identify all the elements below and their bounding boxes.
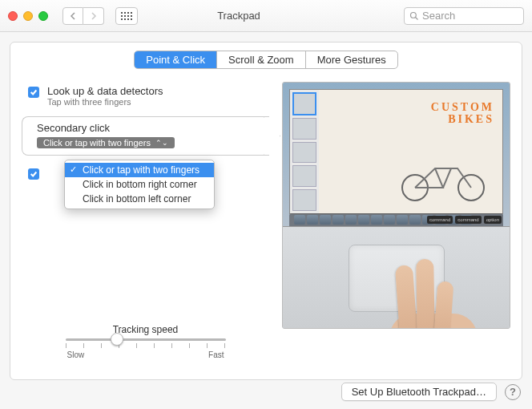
- options-column: Look up & data detectors Tap with three …: [22, 82, 269, 366]
- zoom-button[interactable]: [38, 11, 48, 21]
- option-lookup[interactable]: Look up & data detectors Tap with three …: [22, 82, 269, 110]
- slider-fast: Fast: [208, 350, 224, 359]
- window-title: Trackpad: [80, 10, 397, 22]
- search-icon: [409, 11, 419, 21]
- help-button[interactable]: ?: [505, 384, 521, 400]
- search-placeholder: Search: [422, 10, 455, 22]
- bike-icon: [395, 154, 491, 202]
- tracking-label: Tracking speed: [22, 324, 269, 335]
- dropdown-item-0[interactable]: ✓Click or tap with two fingers: [65, 163, 214, 177]
- prefs-panel: Point & Click Scroll & Zoom More Gesture…: [10, 42, 522, 380]
- option-secondary[interactable]: Secondary click Click or tap with two fi…: [22, 116, 269, 156]
- tracking-speed: Tracking speed Slow Fast: [22, 324, 269, 359]
- window-controls: [8, 11, 48, 21]
- tracking-slider[interactable]: Slow Fast: [66, 338, 226, 359]
- minimize-button[interactable]: [23, 11, 33, 21]
- hand-illustration: [365, 249, 486, 329]
- option-lookup-sub: Tap with three fingers: [47, 97, 163, 107]
- svg-point-0: [411, 12, 417, 18]
- setup-bluetooth-button[interactable]: Set Up Bluetooth Trackpad…: [341, 383, 497, 401]
- search-input[interactable]: Search: [404, 7, 524, 25]
- svg-line-1: [416, 17, 418, 19]
- slider-knob[interactable]: [111, 333, 123, 346]
- check-icon: ✓: [70, 164, 77, 175]
- secondary-dropdown-button[interactable]: Click or tap with two fingers ⌃⌄: [37, 137, 175, 148]
- chevron-down-icon: ⌃⌄: [155, 139, 168, 147]
- secondary-selected: Click or tap with two fingers: [43, 138, 151, 148]
- option-secondary-label: Secondary click: [37, 122, 175, 134]
- tabs: Point & Click Scroll & Zoom More Gesture…: [10, 51, 522, 69]
- checkbox-lookup[interactable]: [28, 87, 39, 98]
- dropdown-item-2[interactable]: Click in bottom left corner: [65, 192, 214, 206]
- dropdown-item-1[interactable]: Click in bottom right corner: [65, 177, 214, 192]
- tab-scroll-zoom[interactable]: Scroll & Zoom: [217, 51, 306, 68]
- tab-more-gestures[interactable]: More Gestures: [306, 51, 397, 68]
- close-button[interactable]: [8, 11, 18, 21]
- checkbox-third[interactable]: [28, 168, 39, 180]
- option-lookup-label: Look up & data detectors: [47, 85, 163, 97]
- titlebar: Trackpad Search: [0, 0, 532, 32]
- secondary-dropdown-menu: ✓Click or tap with two fingers Click in …: [64, 160, 215, 209]
- slider-slow: Slow: [67, 350, 85, 359]
- tab-point-click[interactable]: Point & Click: [135, 51, 217, 68]
- footer: Set Up Bluetooth Trackpad… ?: [341, 383, 521, 401]
- gesture-preview: CUSTOMBIKES commandcommandoption: [282, 82, 510, 329]
